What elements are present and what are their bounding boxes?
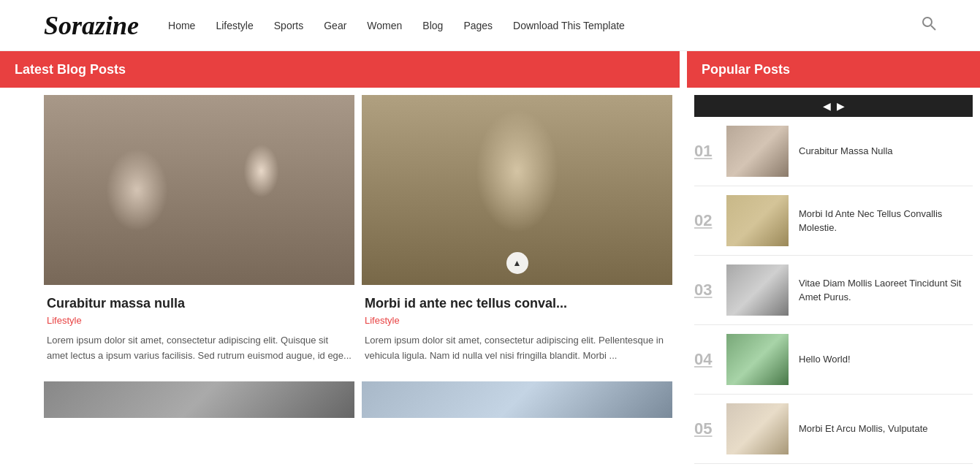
post-title-1[interactable]: Curabitur massa nulla [47, 295, 352, 312]
post-content-2: Morbi id ante nec tellus conval... Lifes… [362, 285, 672, 374]
nav-blog[interactable]: Blog [422, 20, 443, 31]
nav-home[interactable]: Home [168, 20, 195, 31]
post-image-1[interactable] [44, 95, 354, 285]
nav-lifestyle[interactable]: Lifestyle [216, 20, 253, 31]
popular-item-4: 04 Hello World! [694, 325, 973, 395]
search-icon[interactable] [922, 16, 936, 34]
nav-women[interactable]: Women [367, 20, 402, 31]
post-image-2[interactable]: ▲ [362, 95, 672, 285]
scroll-left-icon[interactable]: ◀ [823, 100, 831, 112]
nav-gear[interactable]: Gear [324, 20, 346, 31]
popular-thumb-1[interactable] [726, 126, 789, 177]
post-category-1[interactable]: Lifestyle [47, 315, 352, 326]
logo: Sorazine [44, 10, 139, 41]
post-card-1: Curabitur massa nulla Lifestyle Lorem ip… [44, 95, 354, 374]
popular-num-5: 05 [694, 419, 716, 438]
post-card-small-1[interactable] [44, 381, 354, 418]
nav-sports[interactable]: Sports [274, 20, 303, 31]
latest-section-header: Latest Blog Posts [0, 51, 680, 88]
post-excerpt-2: Lorem ipsum dolor sit amet, consectetur … [365, 333, 669, 364]
popular-item-2: 02 Morbi Id Ante Nec Tellus Convallis Mo… [694, 186, 973, 256]
blog-posts-section: Curabitur massa nulla Lifestyle Lorem ip… [0, 88, 680, 464]
popular-num-1: 01 [694, 142, 716, 161]
play-button[interactable]: ▲ [506, 252, 528, 274]
popular-title-5[interactable]: Morbi Et Arcu Mollis, Vulputate [799, 422, 928, 436]
nav: Home Lifestyle Sports Gear Women Blog Pa… [168, 20, 922, 31]
posts-grid: Curabitur massa nulla Lifestyle Lorem ip… [44, 95, 672, 374]
nav-pages[interactable]: Pages [463, 20, 493, 31]
svg-point-0 [923, 18, 932, 26]
post-excerpt-1: Lorem ipsum dolor sit amet, consectetur … [47, 333, 352, 364]
popular-title-1[interactable]: Curabitur Massa Nulla [799, 144, 893, 159]
popular-thumb-5[interactable] [726, 403, 789, 454]
posts-grid-bottom [44, 381, 672, 418]
section-headers: Latest Blog Posts Popular Posts [0, 51, 980, 88]
popular-item-1: 01 Curabitur Massa Nulla [694, 117, 973, 186]
post-card-small-2[interactable] [362, 381, 672, 418]
scroll-indicator: ◀ ▶ [694, 95, 973, 117]
popular-title-2[interactable]: Morbi Id Ante Nec Tellus Convallis Moles… [799, 207, 973, 235]
popular-section-header: Popular Posts [687, 51, 980, 88]
popular-item-5: 05 Morbi Et Arcu Mollis, Vulputate [694, 395, 973, 464]
svg-line-1 [931, 26, 935, 30]
post-category-2[interactable]: Lifestyle [365, 315, 669, 326]
popular-item-3: 03 Vitae Diam Mollis Laoreet Tincidunt S… [694, 256, 973, 325]
post-content-1: Curabitur massa nulla Lifestyle Lorem ip… [44, 285, 354, 374]
post-title-2[interactable]: Morbi id ante nec tellus conval... [365, 295, 669, 312]
scroll-right-icon[interactable]: ▶ [837, 100, 845, 112]
main-content: Curabitur massa nulla Lifestyle Lorem ip… [0, 88, 980, 464]
popular-num-4: 04 [694, 350, 716, 369]
popular-thumb-3[interactable] [726, 264, 789, 316]
nav-download[interactable]: Download This Template [513, 20, 625, 31]
popular-thumb-2[interactable] [726, 195, 789, 246]
popular-thumb-4[interactable] [726, 334, 789, 385]
popular-posts-section: ◀ ▶ 01 Curabitur Massa Nulla 02 Morbi Id… [680, 88, 980, 464]
header: Sorazine Home Lifestyle Sports Gear Wome… [0, 0, 980, 51]
popular-title-3[interactable]: Vitae Diam Mollis Laoreet Tincidunt Sit … [799, 276, 973, 305]
popular-num-3: 03 [694, 281, 716, 300]
post-card-2: ▲ Morbi id ante nec tellus conval... Lif… [362, 95, 672, 374]
popular-title-4[interactable]: Hello World! [799, 352, 851, 367]
popular-num-2: 02 [694, 211, 716, 230]
